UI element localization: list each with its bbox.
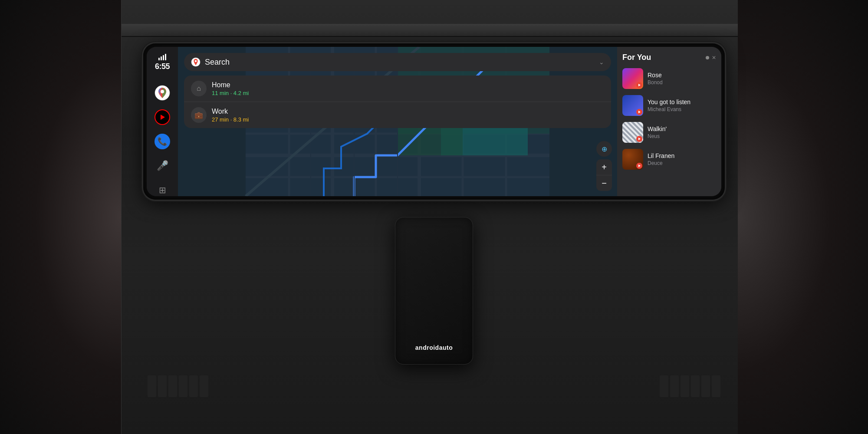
- song-info-3: Lil Franen Deuce: [648, 152, 716, 166]
- phone-icon: 📞: [155, 134, 170, 149]
- map-controls: ⊕ + −: [596, 141, 612, 191]
- map-area: Search ⌄ ⌂ Home 11 min · 4.2 mi: [178, 47, 617, 196]
- car-interior: 6:55 📞: [0, 0, 868, 434]
- dashboard-top-bar: [122, 24, 738, 37]
- maps-search-icon: [191, 57, 201, 67]
- for-you-title: For You: [622, 53, 651, 62]
- search-text: Search: [205, 58, 595, 67]
- left-seat-area: [0, 0, 122, 434]
- signal-bar-2: [161, 56, 162, 60]
- home-dest-detail: 11 min · 4.2 mi: [212, 90, 604, 96]
- for-you-indicator-dot: [706, 56, 709, 59]
- song-item-1[interactable]: You got to listen Micheal Evans: [622, 93, 716, 118]
- android-auto-logo-suffix: auto: [439, 344, 453, 351]
- phone-device: androidauto: [395, 217, 473, 365]
- for-you-header: For You ✕: [622, 53, 716, 62]
- song-item-0[interactable]: Rose Bonod: [622, 66, 716, 91]
- search-bar[interactable]: Search ⌄: [184, 53, 611, 71]
- signal-bar-1: [158, 58, 160, 60]
- song-item-3[interactable]: Lil Franen Deuce: [622, 147, 716, 171]
- song-title-3: Lil Franen: [648, 152, 716, 159]
- microphone-icon: 🎤: [157, 160, 168, 171]
- signal-bar-3: [163, 55, 164, 60]
- song-info-1: You got to listen Micheal Evans: [648, 99, 716, 112]
- play-indicator-0: [636, 82, 642, 88]
- nav-sidebar: 6:55 📞: [147, 47, 178, 196]
- svg-point-27: [195, 60, 197, 62]
- song-item-2[interactable]: Walkin' Neus: [622, 120, 716, 145]
- vent-slot: [681, 375, 689, 397]
- phone-nav-button[interactable]: 📞: [152, 132, 172, 151]
- play-indicator-3: [636, 163, 642, 169]
- song-title-1: You got to listen: [648, 99, 716, 105]
- song-title-2: Walkin': [648, 125, 716, 132]
- android-auto-logo-prefix: android: [415, 344, 439, 351]
- youtube-music-icon: [155, 109, 170, 125]
- album-art-0: [622, 68, 643, 89]
- album-art-3: [622, 149, 643, 170]
- vent-slot: [200, 375, 208, 397]
- vent-slot: [168, 375, 177, 397]
- grid-icon: ⊞: [159, 185, 166, 195]
- zoom-controls: + −: [596, 159, 612, 191]
- song-info-2: Walkin' Neus: [648, 125, 716, 139]
- home-dest-name: Home: [212, 81, 604, 89]
- album-art-2: [622, 122, 643, 143]
- location-button[interactable]: ⊕: [596, 141, 612, 157]
- vent-slot: [179, 375, 187, 397]
- zoom-in-button[interactable]: +: [596, 159, 612, 175]
- grid-menu-button[interactable]: ⊞: [152, 180, 172, 196]
- song-artist-2: Neus: [648, 133, 716, 139]
- vent-slot: [670, 375, 679, 397]
- song-artist-1: Micheal Evans: [648, 106, 716, 112]
- vent-slot: [701, 375, 710, 397]
- song-artist-3: Deuce: [648, 160, 716, 166]
- work-icon: 💼: [191, 107, 207, 123]
- play-indicator-2: [636, 136, 642, 142]
- search-chevron-icon: ⌄: [599, 59, 604, 66]
- play-indicator-1: [636, 109, 642, 115]
- work-dest-name: Work: [212, 108, 604, 115]
- vent-grille-left: [148, 373, 208, 399]
- vent-slot: [691, 375, 700, 397]
- svg-point-1: [161, 90, 164, 93]
- search-overlay: Search ⌄ ⌂ Home 11 min · 4.2 mi: [184, 53, 611, 128]
- vent-slot: [189, 375, 198, 397]
- for-you-more-button[interactable]: ✕: [712, 55, 716, 61]
- work-destination-item[interactable]: 💼 Work 27 min · 8.3 mi: [184, 102, 611, 128]
- work-dest-detail: 27 min · 8.3 mi: [212, 116, 604, 123]
- vent-slot: [158, 375, 167, 397]
- vent-slot: [660, 375, 668, 397]
- right-side-area: [738, 0, 868, 434]
- album-art-1: [622, 95, 643, 116]
- signal-bar-4: [165, 54, 166, 60]
- home-icon: ⌂: [191, 81, 207, 96]
- song-title-0: Rose: [648, 72, 716, 79]
- vent-slot: [712, 375, 720, 397]
- youtube-music-nav-button[interactable]: [152, 107, 172, 127]
- vent-grille-right: [660, 373, 720, 399]
- song-artist-0: Bonod: [648, 79, 716, 85]
- home-destination-item[interactable]: ⌂ Home 11 min · 4.2 mi: [184, 76, 611, 102]
- time-display: 6:55: [155, 62, 170, 71]
- work-dest-info: Work 27 min · 8.3 mi: [212, 108, 604, 123]
- vent-slot: [148, 375, 156, 397]
- maps-nav-button[interactable]: [152, 83, 172, 103]
- home-dest-info: Home 11 min · 4.2 mi: [212, 81, 604, 96]
- destination-list: ⌂ Home 11 min · 4.2 mi 💼 Work 27 min · 8…: [184, 76, 611, 128]
- song-info-0: Rose Bonod: [648, 72, 716, 85]
- song-list: Rose Bonod You got to listen Micheal Eva…: [622, 66, 716, 171]
- for-you-panel: For You ✕ Rose Bonod: [617, 47, 721, 196]
- microphone-button[interactable]: 🎤: [152, 156, 172, 176]
- main-screen: 6:55 📞: [147, 47, 721, 196]
- maps-icon: [155, 85, 170, 101]
- signal-indicator: [158, 54, 166, 60]
- zoom-out-button[interactable]: −: [596, 175, 612, 191]
- android-auto-logo: androidauto: [415, 344, 453, 351]
